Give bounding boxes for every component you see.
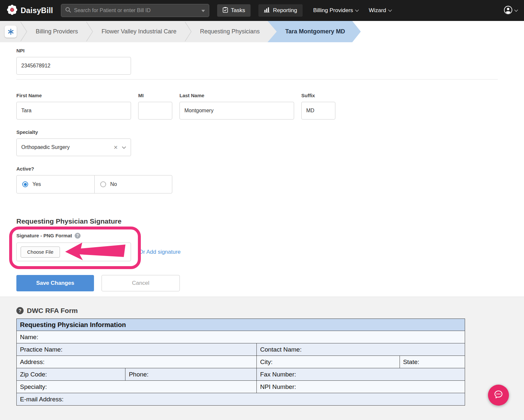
bar-chart-icon <box>264 7 270 14</box>
last-name-input[interactable] <box>179 102 294 119</box>
active-yes-label: Yes <box>32 181 41 187</box>
signature-file-label: Signature - PNG Format <box>16 233 72 239</box>
active-no-label: No <box>110 181 117 187</box>
cancel-button[interactable]: Cancel <box>102 275 180 291</box>
rfa-contact-name-cell: Contact Name: <box>257 343 465 356</box>
signature-file-row: Choose File Or Add signature <box>16 243 246 261</box>
global-search[interactable] <box>61 4 209 17</box>
help-icon[interactable]: ? <box>75 233 81 239</box>
rfa-practice-name-cell: Practice Name: <box>17 343 257 356</box>
breadcrumb-separator-icon <box>86 21 94 42</box>
tasks-checklist-icon <box>223 7 228 14</box>
tasks-label: Tasks <box>231 7 245 14</box>
first-name-field: First Name <box>16 93 131 119</box>
search-icon <box>65 7 71 14</box>
rfa-zip-cell: Zip Code: <box>17 368 125 380</box>
chevron-down-icon <box>514 8 518 11</box>
breadcrumb-requesting-physicians[interactable]: Requesting Physicians <box>192 21 268 42</box>
wizard-label: Wizard <box>369 7 386 14</box>
brand-name: DaisyBill <box>21 6 53 15</box>
physician-form: NPI First Name MI Last Name Suffix Speci… <box>0 42 524 297</box>
last-name-label: Last Name <box>179 93 294 99</box>
mi-label: MI <box>138 93 172 99</box>
dwc-rfa-section: ? DWC RFA Form Requesting Physician Info… <box>0 297 524 420</box>
billing-providers-label: Billing Providers <box>313 7 353 14</box>
suffix-input[interactable] <box>301 102 335 119</box>
first-name-label: First Name <box>16 93 131 99</box>
breadcrumb-separator-icon <box>184 21 192 42</box>
help-icon[interactable]: ? <box>16 307 24 314</box>
table-row: E-mail Address: <box>17 393 465 405</box>
active-label: Active? <box>16 166 498 172</box>
search-dropdown-icon[interactable] <box>201 8 205 13</box>
table-row: Address: City: State: <box>17 356 465 368</box>
tasks-button[interactable]: Tasks <box>217 4 251 17</box>
choose-file-button[interactable]: Choose File <box>21 247 60 258</box>
npi-input[interactable] <box>16 57 131 75</box>
specialty-field: Specialty Orthopaedic Surgery ✕ <box>16 129 498 156</box>
table-row: Requesting Physician Information <box>17 319 465 331</box>
breadcrumb-current-physician[interactable]: Tara Montgomery MD <box>268 21 361 42</box>
table-row: Practice Name: Contact Name: <box>17 343 465 356</box>
section-divider <box>16 79 498 80</box>
signature-section-heading: Requesting Physician Signature <box>16 217 498 226</box>
rfa-name-cell: Name: <box>17 331 465 343</box>
save-changes-button[interactable]: Save Changes <box>16 275 94 291</box>
account-menu[interactable] <box>504 6 517 16</box>
dwc-rfa-heading-row: ? DWC RFA Form <box>16 307 508 315</box>
specialty-select[interactable]: Orthopaedic Surgery ✕ <box>16 138 131 156</box>
active-no-option[interactable]: No <box>94 175 172 193</box>
last-name-field: Last Name <box>179 93 294 119</box>
active-yes-option[interactable]: Yes <box>17 175 94 193</box>
wizard-menu[interactable]: Wizard <box>369 7 391 14</box>
active-field: Active? Yes No <box>16 166 498 193</box>
rfa-specialty-cell: Specialty: <box>17 381 257 393</box>
reporting-button[interactable]: Reporting <box>258 4 303 17</box>
mi-input[interactable] <box>138 102 172 119</box>
breadcrumb-billing-providers[interactable]: Billing Providers <box>28 21 86 42</box>
add-signature-link[interactable]: Or Add signature <box>139 249 181 255</box>
specialty-label: Specialty <box>16 129 498 135</box>
rfa-npi-cell: NPI Number: <box>257 381 465 393</box>
chevron-down-icon <box>122 144 126 150</box>
clear-icon[interactable]: ✕ <box>110 144 122 151</box>
billing-providers-menu[interactable]: Billing Providers <box>313 7 358 14</box>
chevron-down-icon <box>388 8 392 11</box>
chat-support-button[interactable] <box>488 385 509 406</box>
form-actions: Save Changes Cancel <box>16 275 498 291</box>
rfa-city-cell: City: <box>257 356 400 368</box>
practice-icon[interactable] <box>5 26 17 38</box>
rfa-form-preview-table: Requesting Physician Information Name: P… <box>16 319 465 406</box>
signature-file-label-row: Signature - PNG Format ? <box>16 233 246 239</box>
brand-logo[interactable]: DaisyBill <box>7 4 53 17</box>
radio-checked-icon[interactable] <box>22 181 28 187</box>
search-input[interactable] <box>74 8 198 13</box>
chevron-down-icon <box>355 8 359 11</box>
table-row: Specialty: NPI Number: <box>17 381 465 393</box>
radio-unchecked-icon[interactable] <box>100 181 106 187</box>
rfa-state-cell: State: <box>400 356 465 368</box>
mi-field: MI <box>138 93 172 119</box>
npi-label: NPI <box>16 48 498 54</box>
active-radio-group: Yes No <box>16 175 172 193</box>
specialty-value: Orthopaedic Surgery <box>21 144 70 150</box>
rfa-email-cell: E-mail Address: <box>17 393 465 405</box>
table-row: Zip Code: Phone: Fax Number: <box>17 368 465 381</box>
signature-file-input[interactable]: Choose File <box>16 243 131 261</box>
breadcrumb-provider-name[interactable]: Flower Valley Industrial Care <box>94 21 184 42</box>
daisy-flower-icon <box>7 4 18 17</box>
table-row: Name: <box>17 331 465 343</box>
name-fields-row: First Name MI Last Name Suffix <box>16 93 498 119</box>
first-name-input[interactable] <box>16 102 131 119</box>
rfa-phone-cell: Phone: <box>125 368 257 380</box>
breadcrumb-separator-icon <box>20 21 28 42</box>
suffix-label: Suffix <box>301 93 335 99</box>
chat-bubble-icon <box>494 390 503 401</box>
npi-field: NPI <box>16 48 498 75</box>
breadcrumb: Billing Providers Flower Valley Industri… <box>0 21 524 42</box>
top-nav-bar: DaisyBill Tasks <box>0 0 524 21</box>
dwc-rfa-heading: DWC RFA Form <box>27 307 78 315</box>
reporting-label: Reporting <box>273 7 297 14</box>
suffix-field: Suffix <box>301 93 335 119</box>
rfa-address-cell: Address: <box>17 356 257 368</box>
